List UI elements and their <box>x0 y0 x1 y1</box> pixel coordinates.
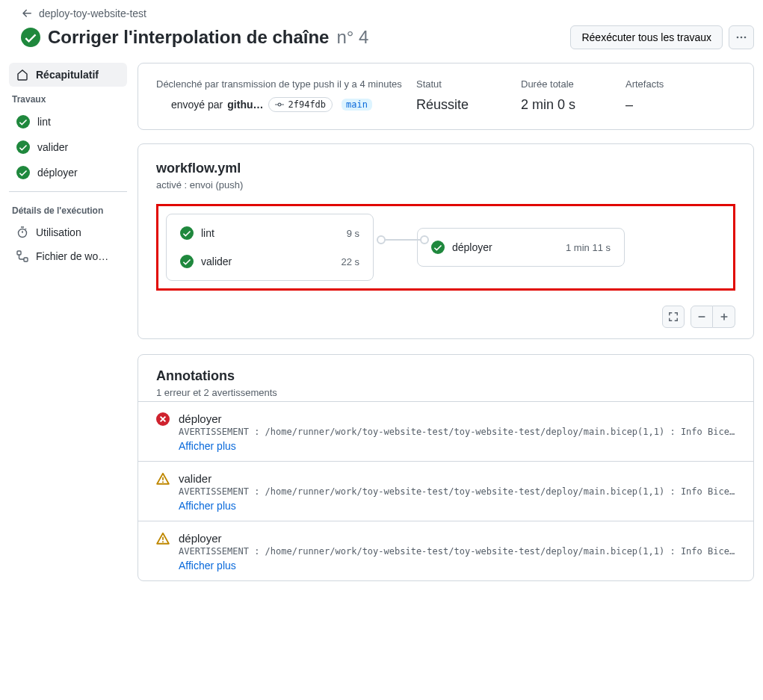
annotation-message: AVERTISSEMENT : /home/runner/work/toy-we… <box>179 427 735 437</box>
annotation-job: déployer <box>179 412 735 425</box>
rerun-all-button[interactable]: Réexécuter tous les travaux <box>570 25 723 49</box>
annotation-item: valider AVERTISSEMENT : /home/runner/wor… <box>138 461 753 521</box>
pushed-by-prefix: envoyé par <box>171 99 223 111</box>
job-name: lint <box>201 227 339 239</box>
job-time: 1 min 11 s <box>566 242 611 253</box>
git-commit-icon <box>275 100 284 109</box>
svg-point-12 <box>180 255 194 268</box>
home-icon <box>16 69 28 81</box>
sidebar-details-heading: Détails de l'exécution <box>9 198 127 220</box>
check-circle-icon <box>180 226 194 240</box>
job-node-lint[interactable]: lint 9 s <box>180 226 359 240</box>
pushed-by-user[interactable]: githu… <box>227 99 263 111</box>
commit-sha: 2f94fdb <box>288 99 327 110</box>
sidebar-jobs-heading: Travaux <box>9 87 127 109</box>
annotations-title: Annotations <box>156 368 735 384</box>
annotations-subtitle: 1 erreur et 2 avertissements <box>156 387 735 398</box>
job-group-2: déployer 1 min 11 s <box>417 228 625 267</box>
sidebar-item-usage[interactable]: Utilisation <box>9 220 127 244</box>
stopwatch-icon <box>16 226 28 238</box>
kebab-icon <box>735 31 747 43</box>
check-circle-icon <box>16 115 30 128</box>
annotation-item: déployer AVERTISSEMENT : /home/runner/wo… <box>138 521 753 580</box>
workflow-graph-card: workflow.yml activé : envoi (push) lint … <box>138 143 754 339</box>
job-node-valider[interactable]: valider 22 s <box>180 255 359 268</box>
svg-point-10 <box>278 103 281 106</box>
zoom-out-button[interactable] <box>691 306 713 328</box>
sidebar: Récapitulatif Travaux lint valider déplo… <box>9 63 127 581</box>
job-time: 9 s <box>347 228 359 239</box>
svg-point-11 <box>180 226 194 240</box>
fullscreen-button[interactable] <box>662 306 685 328</box>
breadcrumb[interactable]: deploy-toy-website-test <box>21 7 754 19</box>
workflow-file-name: workflow.yml <box>156 161 735 176</box>
show-more-link[interactable]: Afficher plus <box>179 560 236 572</box>
job-name: déployer <box>452 241 558 253</box>
run-title: Corriger l'interpolation de chaîne <box>48 27 329 48</box>
annotations-card: Annotations 1 erreur et 2 avertissements… <box>138 354 754 581</box>
svg-point-2 <box>741 37 743 39</box>
branch-chip[interactable]: main <box>342 99 372 111</box>
divider <box>9 191 127 192</box>
svg-rect-9 <box>24 258 28 261</box>
status-success-icon <box>21 28 40 47</box>
annotation-job: déployer <box>179 532 735 545</box>
artifacts-label: Artefacts <box>625 78 664 90</box>
error-icon <box>156 412 170 426</box>
duration-value: 2 min 0 s <box>521 97 618 113</box>
zoom-in-button[interactable] <box>713 306 735 328</box>
sidebar-item-summary[interactable]: Récapitulatif <box>9 63 127 87</box>
show-more-link[interactable]: Afficher plus <box>179 500 236 512</box>
trigger-label: Déclenché par transmission de type push … <box>156 78 409 90</box>
status-value: Réussite <box>416 97 513 113</box>
svg-point-1 <box>737 37 739 39</box>
job-group-1: lint 9 s valider 22 s <box>166 214 374 281</box>
svg-point-6 <box>16 166 30 179</box>
workflow-trigger: activé : envoi (push) <box>156 179 735 191</box>
duration-label: Durée totale <box>521 78 618 90</box>
check-circle-icon <box>431 241 445 254</box>
job-time: 22 s <box>341 256 359 267</box>
job-node-deployer[interactable]: déployer 1 min 11 s <box>431 241 611 254</box>
svg-point-16 <box>162 541 164 542</box>
artifacts-value: – <box>625 97 664 113</box>
commit-chip[interactable]: 2f94fdb <box>268 97 333 112</box>
svg-point-0 <box>21 28 40 47</box>
annotation-job: valider <box>179 472 735 485</box>
run-number: n° 4 <box>336 27 368 48</box>
warning-icon <box>156 532 170 545</box>
show-more-link[interactable]: Afficher plus <box>179 440 236 452</box>
sidebar-item-deployer[interactable]: déployer <box>9 160 127 185</box>
svg-rect-8 <box>17 251 21 255</box>
svg-point-5 <box>16 140 30 154</box>
job-connector <box>381 239 424 241</box>
breadcrumb-repo[interactable]: deploy-toy-website-test <box>39 7 146 19</box>
arrow-left-icon <box>21 7 33 19</box>
sidebar-job-label: valider <box>37 141 68 153</box>
annotation-item: déployer AVERTISSEMENT : /home/runner/wo… <box>138 401 753 461</box>
minus-icon <box>696 312 707 322</box>
annotation-message: AVERTISSEMENT : /home/runner/work/toy-we… <box>179 546 735 557</box>
svg-point-15 <box>162 481 164 483</box>
run-menu-button[interactable] <box>729 25 754 49</box>
annotation-message: AVERTISSEMENT : /home/runner/work/toy-we… <box>179 486 735 497</box>
warning-icon <box>156 472 170 486</box>
sidebar-summary-label: Récapitulatif <box>36 69 99 81</box>
sidebar-item-valider[interactable]: valider <box>9 134 127 160</box>
workflow-icon <box>16 250 28 262</box>
run-meta-card: Déclenché par transmission de type push … <box>138 63 754 130</box>
svg-point-3 <box>744 37 747 39</box>
sidebar-job-label: déployer <box>37 167 78 179</box>
job-name: valider <box>201 255 333 267</box>
sidebar-usage-label: Utilisation <box>36 226 81 238</box>
plus-icon <box>719 312 729 322</box>
svg-point-13 <box>431 241 445 254</box>
workflow-graph-highlight: lint 9 s valider 22 s déployer 1 min 11 … <box>156 204 735 291</box>
check-circle-icon <box>16 140 30 154</box>
sidebar-workflow-file-label: Fichier de wo… <box>36 250 108 262</box>
check-circle-icon <box>16 166 30 179</box>
sidebar-item-workflow-file[interactable]: Fichier de wo… <box>9 244 127 268</box>
sidebar-item-lint[interactable]: lint <box>9 109 127 134</box>
status-label: Statut <box>416 78 513 90</box>
sidebar-job-label: lint <box>37 116 51 128</box>
